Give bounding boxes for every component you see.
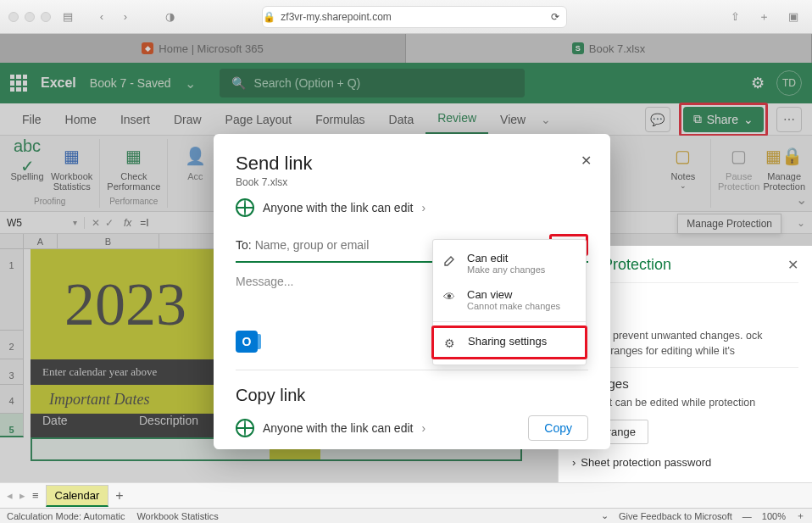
minimize-window[interactable]: [25, 12, 35, 22]
zoom-level: 100%: [762, 511, 786, 521]
sheet-tab-bar: ◂ ▸ ≡ Calendar +: [0, 482, 812, 508]
sheet-tab-calendar[interactable]: Calendar: [46, 485, 109, 507]
browser-chrome: ▤ ‹ › ◑ 🔒 zf3vr-my.sharepoint.com ⟳ ⇧ ＋ …: [0, 0, 812, 34]
pencil-icon: [443, 252, 459, 267]
permission-menu: Can edit Make any changes 👁 Can view Can…: [432, 239, 587, 365]
zoom-in-icon[interactable]: ＋: [796, 509, 805, 522]
close-dialog-icon[interactable]: ✕: [581, 153, 592, 169]
eye-icon: 👁: [443, 288, 459, 303]
back-icon[interactable]: ‹: [92, 7, 112, 27]
dialog-filename: Book 7.xlsx: [236, 176, 588, 188]
all-sheets-icon[interactable]: ≡: [32, 489, 39, 502]
menu-divider: [433, 321, 586, 322]
nav-prev-icon[interactable]: ◂: [7, 489, 13, 502]
chevron-down-icon[interactable]: ⌄: [601, 510, 609, 521]
close-pane-icon[interactable]: ✕: [787, 257, 798, 273]
shield-icon[interactable]: ◑: [159, 7, 180, 27]
forward-icon[interactable]: ›: [115, 7, 136, 27]
close-window[interactable]: [8, 12, 19, 22]
url-text: zf3vr-my.sharepoint.com: [281, 11, 391, 23]
copy-button[interactable]: Copy: [528, 415, 588, 441]
dialog-title: Send link: [236, 153, 588, 175]
gear-icon: ⚙: [444, 335, 459, 350]
calc-mode: Calculation Mode: Automatic: [7, 511, 125, 521]
chevron-right-icon: ›: [572, 456, 576, 469]
globe-icon: [236, 198, 254, 217]
maximize-window[interactable]: [41, 12, 51, 22]
pwd-expand[interactable]: › Sheet protection password: [572, 456, 798, 469]
perm-can-edit[interactable]: Can edit Make any changes: [433, 245, 586, 281]
window-controls: [8, 12, 51, 22]
url-bar[interactable]: 🔒 zf3vr-my.sharepoint.com ⟳: [262, 6, 567, 28]
zoom-out-icon[interactable]: —: [742, 511, 752, 521]
status-bar: Calculation Mode: Automatic Workbook Sta…: [0, 508, 812, 523]
reload-icon[interactable]: ⟳: [551, 11, 566, 23]
workbook-stats-link[interactable]: Workbook Statistics: [136, 511, 218, 521]
chevron-right-icon: ›: [421, 421, 425, 435]
perm-sharing-settings[interactable]: ⚙ Sharing settings: [434, 328, 585, 357]
feedback-link[interactable]: Give Feedback to Microsoft: [619, 511, 732, 521]
lock-icon: 🔒: [263, 11, 275, 23]
perm-can-view[interactable]: 👁 Can view Cannot make changes: [433, 281, 586, 318]
share-sheet-icon[interactable]: ⇧: [726, 7, 746, 27]
outlook-icon[interactable]: O: [236, 331, 258, 353]
copy-link-title: Copy link: [236, 386, 588, 405]
chevron-right-icon: ›: [421, 201, 425, 214]
globe-icon: [236, 419, 254, 437]
new-tab-icon[interactable]: ＋: [754, 7, 775, 27]
to-label: To:: [236, 238, 252, 252]
nav-next-icon[interactable]: ▸: [19, 489, 25, 502]
add-sheet-icon[interactable]: +: [115, 488, 123, 504]
copy-link-scope-button[interactable]: Anyone with the link can edit ›: [236, 419, 425, 437]
sidebar-toggle-icon[interactable]: ▤: [58, 7, 78, 27]
tabs-overview-icon[interactable]: ▣: [783, 7, 804, 27]
link-scope-button[interactable]: Anyone with the link can edit ›: [236, 198, 588, 217]
